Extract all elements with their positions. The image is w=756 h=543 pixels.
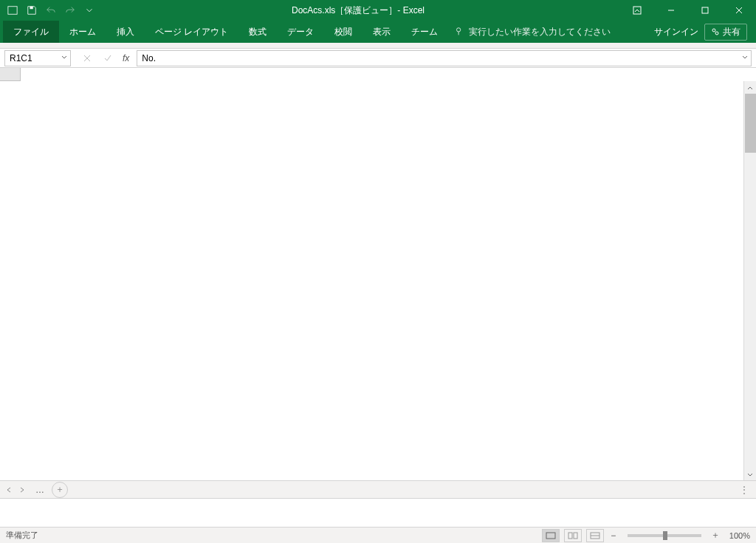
save-icon[interactable]: [25, 4, 38, 17]
sheet-nav-prev[interactable]: [3, 483, 15, 497]
svg-point-6: [712, 29, 715, 32]
zoom-slider[interactable]: [628, 534, 701, 537]
tab-校閲[interactable]: 校閲: [324, 21, 362, 43]
svg-rect-1: [30, 7, 32, 10]
scroll-up-button[interactable]: [744, 81, 756, 94]
sheet-nav-next[interactable]: [16, 483, 28, 497]
formula-bar: R1C1 fx No.: [0, 49, 756, 68]
status-bar: 準備完了 − ＋ 100%: [0, 527, 756, 543]
tab-ホーム[interactable]: ホーム: [59, 21, 106, 43]
redo-icon[interactable]: [63, 4, 77, 17]
vertical-scrollbar[interactable]: [743, 81, 756, 481]
excel-icon: [6, 4, 19, 17]
ribbon-options-icon[interactable]: [620, 0, 654, 21]
formula-value: No.: [142, 53, 156, 63]
svg-rect-10: [574, 533, 577, 539]
ribbon-collapsed-strip: [0, 43, 756, 49]
qat-dropdown-icon[interactable]: [83, 4, 96, 17]
enter-formula-button[interactable]: [99, 50, 117, 66]
fx-icon[interactable]: fx: [123, 53, 129, 63]
tell-me-label: 実行したい作業を入力してください: [469, 26, 611, 38]
svg-rect-9: [568, 533, 572, 539]
status-text: 準備完了: [6, 530, 38, 541]
tab-チーム[interactable]: チーム: [401, 21, 448, 43]
share-label: 共有: [723, 26, 740, 38]
sheet-overflow-indicator[interactable]: …: [31, 485, 49, 495]
name-box-value: R1C1: [10, 53, 32, 63]
tab-挿入[interactable]: 挿入: [106, 21, 145, 43]
signin-link[interactable]: サインイン: [654, 26, 698, 38]
tab-データ[interactable]: データ: [277, 21, 324, 43]
cancel-formula-button[interactable]: [78, 50, 96, 66]
close-button[interactable]: [722, 0, 756, 21]
add-sheet-button[interactable]: ＋: [52, 482, 68, 498]
view-pagebreak-button[interactable]: [586, 529, 604, 542]
svg-rect-0: [8, 7, 17, 15]
svg-rect-2: [633, 7, 641, 14]
tab-数式[interactable]: 数式: [238, 21, 277, 43]
tab-file[interactable]: ファイル: [3, 21, 59, 43]
tab-表示[interactable]: 表示: [362, 21, 401, 43]
undo-icon[interactable]: [44, 4, 58, 17]
formula-input[interactable]: No.: [137, 50, 752, 66]
tab-ページ レイアウト[interactable]: ページ レイアウト: [145, 21, 238, 43]
svg-point-7: [715, 32, 718, 35]
spreadsheet-grid[interactable]: [0, 68, 756, 481]
minimize-button[interactable]: [654, 0, 688, 21]
svg-rect-4: [702, 7, 708, 13]
zoom-out-button[interactable]: −: [608, 530, 619, 541]
window-title: DocAcs.xls［保護ビュー］- Excel: [96, 4, 620, 17]
tell-me[interactable]: 実行したい作業を入力してください: [454, 26, 611, 38]
maximize-button[interactable]: [688, 0, 722, 21]
scroll-down-button[interactable]: [744, 468, 756, 481]
svg-point-5: [457, 28, 461, 32]
select-all-corner[interactable]: [0, 68, 21, 81]
zoom-percent[interactable]: 100%: [729, 531, 750, 540]
title-bar: DocAcs.xls［保護ビュー］- Excel: [0, 0, 756, 21]
chevron-down-icon[interactable]: [60, 53, 69, 62]
sheet-tab-bar: … ＋ ⋮: [0, 481, 756, 499]
svg-rect-8: [546, 533, 555, 539]
zoom-in-button[interactable]: ＋: [710, 529, 721, 542]
name-box[interactable]: R1C1: [4, 50, 71, 66]
share-button[interactable]: 共有: [704, 24, 747, 41]
view-normal-button[interactable]: [542, 529, 560, 542]
zoom-slider-thumb[interactable]: [663, 531, 667, 540]
formula-expand-icon[interactable]: [740, 53, 749, 62]
ribbon: ファイル ホーム挿入ページ レイアウト数式データ校閲表示チーム 実行したい作業を…: [0, 21, 756, 43]
sheet-more-icon[interactable]: ⋮: [732, 485, 756, 495]
view-pagelayout-button[interactable]: [564, 529, 582, 542]
scroll-thumb[interactable]: [745, 94, 756, 153]
